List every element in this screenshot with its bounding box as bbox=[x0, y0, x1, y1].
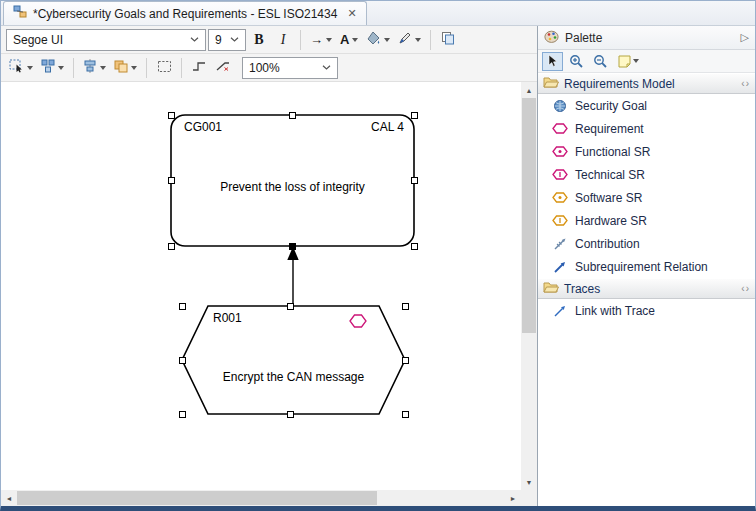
selection-handle[interactable] bbox=[289, 243, 296, 250]
toolbar-separator bbox=[146, 58, 147, 78]
scroll-right-icon[interactable]: ► bbox=[505, 490, 521, 506]
vertical-scroll-thumb[interactable] bbox=[522, 98, 536, 333]
contribution-icon bbox=[551, 237, 569, 251]
italic-button[interactable]: I bbox=[272, 29, 294, 51]
toolbar-separator bbox=[430, 30, 431, 50]
selection-handle[interactable] bbox=[287, 411, 294, 418]
arrange-dropdown[interactable] bbox=[38, 57, 67, 79]
requirement-text-label: Encrypt the CAN message bbox=[182, 370, 405, 384]
selection-handle[interactable] bbox=[402, 357, 409, 364]
chevron-down-icon bbox=[322, 65, 331, 70]
palette-panel: Palette ▷ bbox=[538, 26, 755, 506]
oblique-router-button[interactable] bbox=[212, 57, 234, 79]
canvas-region: CG001 CAL 4 Prevent the loss of integrit… bbox=[1, 82, 537, 490]
palette-item-technical-sr[interactable]: Technical SR bbox=[538, 163, 755, 186]
selection-tool-dropdown[interactable] bbox=[6, 57, 36, 79]
italic-icon: I bbox=[281, 32, 286, 48]
editor-tab-title: *Cybersecurity Goals and Requirements - … bbox=[33, 7, 337, 21]
horizontal-scroll-thumb[interactable] bbox=[17, 491, 377, 505]
pin-drawer-icon[interactable]: ‹› bbox=[741, 78, 750, 89]
font-family-select[interactable]: Segoe UI bbox=[6, 29, 206, 51]
scrollbar-corner bbox=[521, 490, 537, 506]
palette-item-label: Hardware SR bbox=[575, 214, 647, 228]
selection-handle[interactable] bbox=[411, 112, 418, 119]
selection-handle[interactable] bbox=[411, 177, 418, 184]
align-icon bbox=[83, 59, 97, 76]
selection-handle[interactable] bbox=[179, 411, 186, 418]
scroll-down-icon[interactable]: ▼ bbox=[521, 474, 537, 490]
selection-handle[interactable] bbox=[287, 303, 294, 310]
palette-toolbar bbox=[538, 50, 755, 73]
apply-appearance-button[interactable] bbox=[437, 29, 459, 51]
zoom-in-tool-button[interactable] bbox=[566, 52, 587, 71]
selection-handle[interactable] bbox=[402, 303, 409, 310]
palette-item-hardware-sr[interactable]: Hardware SR bbox=[538, 209, 755, 232]
canvas-vertical-scrollbar[interactable]: ▲ ▼ bbox=[521, 82, 537, 490]
selection-handle[interactable] bbox=[168, 177, 175, 184]
fill-color-icon bbox=[366, 31, 381, 48]
selection-handle[interactable] bbox=[179, 303, 186, 310]
tab-close-icon[interactable]: ✕ bbox=[347, 7, 356, 20]
line-color-icon bbox=[398, 31, 412, 48]
palette-header[interactable]: Palette ▷ bbox=[538, 26, 755, 50]
drawer-label: Traces bbox=[564, 282, 736, 296]
select-tool-button[interactable] bbox=[542, 52, 563, 71]
dropdown-caret-icon bbox=[352, 38, 358, 42]
arrow-style-icon: → bbox=[310, 33, 323, 46]
zoom-select[interactable]: 100% bbox=[242, 57, 338, 79]
selection-handle[interactable] bbox=[179, 357, 186, 364]
arrow-type-dropdown[interactable]: → bbox=[307, 29, 335, 51]
scroll-left-icon[interactable]: ◄ bbox=[1, 490, 17, 506]
palette-drawer-traces[interactable]: Traces ‹› bbox=[538, 278, 755, 299]
editor-tab[interactable]: *Cybersecurity Goals and Requirements - … bbox=[3, 1, 367, 25]
palette-item-software-sr[interactable]: Software SR bbox=[538, 186, 755, 209]
zoom-out-tool-button[interactable] bbox=[590, 52, 611, 71]
drawer-label: Requirements Model bbox=[564, 77, 736, 91]
goal-id-label: CG001 bbox=[184, 120, 222, 134]
font-family-value: Segoe UI bbox=[13, 33, 63, 47]
dropdown-caret-icon bbox=[326, 38, 332, 42]
line-color-dropdown[interactable] bbox=[395, 29, 424, 51]
marquee-zoom-button[interactable] bbox=[153, 57, 175, 79]
palette-item-functional-sr[interactable]: Functional SR bbox=[538, 140, 755, 163]
rectilinear-router-button[interactable] bbox=[188, 57, 210, 79]
pin-drawer-icon[interactable]: ‹› bbox=[741, 283, 750, 294]
dropdown-caret-icon bbox=[58, 66, 64, 70]
palette-drawer-requirements-model[interactable]: Requirements Model ‹› bbox=[538, 73, 755, 94]
diagram-file-icon bbox=[13, 5, 27, 22]
functional-sr-icon bbox=[551, 146, 569, 157]
arrange-all-icon bbox=[41, 59, 55, 76]
selection-handle[interactable] bbox=[289, 112, 296, 119]
palette-item-requirement[interactable]: Requirement bbox=[538, 117, 755, 140]
selection-handle[interactable] bbox=[168, 243, 175, 250]
technical-sr-icon bbox=[551, 169, 569, 180]
selection-handle[interactable] bbox=[168, 112, 175, 119]
security-goal-icon bbox=[551, 99, 569, 113]
goal-text-label: Prevent the loss of integrity bbox=[171, 180, 414, 194]
palette-item-label: Subrequirement Relation bbox=[575, 260, 708, 274]
font-size-select[interactable]: 9 bbox=[208, 29, 246, 51]
collapse-palette-icon[interactable]: ▷ bbox=[741, 31, 749, 44]
dropdown-caret-icon bbox=[415, 38, 421, 42]
folder-icon bbox=[543, 76, 559, 91]
order-dropdown[interactable] bbox=[111, 57, 140, 79]
palette-item-subrequirement-relation[interactable]: Subrequirement Relation bbox=[538, 255, 755, 278]
palette-item-contribution[interactable]: Contribution bbox=[538, 232, 755, 255]
dropdown-caret-icon bbox=[384, 38, 390, 42]
order-icon bbox=[114, 59, 128, 76]
palette-item-label: Link with Trace bbox=[575, 304, 655, 318]
selection-handle[interactable] bbox=[411, 243, 418, 250]
align-dropdown[interactable] bbox=[80, 57, 109, 79]
fill-color-dropdown[interactable] bbox=[363, 29, 393, 51]
palette-item-link-with-trace[interactable]: Link with Trace bbox=[538, 299, 755, 322]
marquee-rect-icon bbox=[157, 60, 172, 76]
font-color-dropdown[interactable]: A bbox=[337, 29, 361, 51]
bold-button[interactable]: B bbox=[248, 29, 270, 51]
scroll-up-icon[interactable]: ▲ bbox=[521, 82, 537, 98]
palette-item-security-goal[interactable]: Security Goal bbox=[538, 94, 755, 117]
diagram-canvas[interactable]: CG001 CAL 4 Prevent the loss of integrit… bbox=[1, 82, 521, 490]
note-tool-dropdown[interactable] bbox=[614, 52, 642, 71]
font-color-icon: A bbox=[340, 33, 349, 46]
selection-handle[interactable] bbox=[402, 411, 409, 418]
canvas-horizontal-scrollbar[interactable]: ◄ ► bbox=[1, 490, 521, 506]
